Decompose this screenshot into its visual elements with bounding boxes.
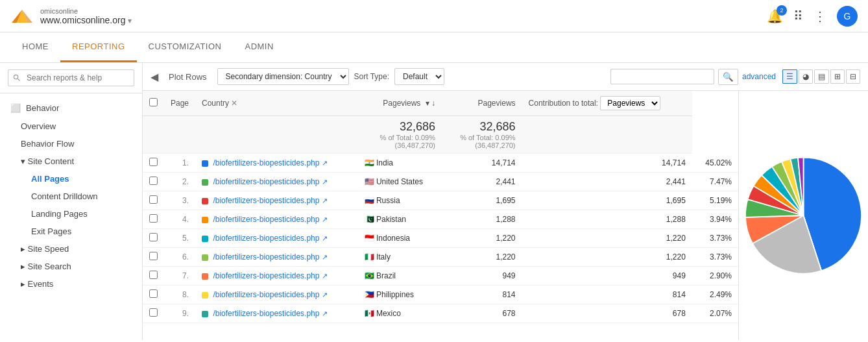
tab-customization[interactable]: CUSTOMIZATION xyxy=(137,32,234,62)
logo-icon xyxy=(10,5,34,28)
summary-row: 32,686 % of Total: 0.09% (36,487,270) 32… xyxy=(143,116,738,154)
external-link-icon[interactable]: ↗ xyxy=(322,310,328,317)
page-color-dot xyxy=(202,273,208,280)
country-flag-icon: 🇵🇰 xyxy=(365,215,374,224)
notifications-bell[interactable]: 🔔 2 xyxy=(767,8,783,24)
pageviews-value: 1,695 xyxy=(442,191,522,210)
sidebar-item-events[interactable]: ▸ Events xyxy=(0,275,142,293)
external-link-icon[interactable]: ↗ xyxy=(322,253,328,261)
pageviews-value: 1,288 xyxy=(442,210,522,229)
external-link-icon[interactable]: ↗ xyxy=(322,272,328,280)
row-checkbox[interactable] xyxy=(149,308,158,317)
page-link[interactable]: /biofertilizers-biopesticides.php xyxy=(213,196,319,205)
collapse-sidebar-button[interactable]: ◀ xyxy=(151,71,158,83)
country-name: Russia xyxy=(376,196,400,205)
row-checkbox[interactable] xyxy=(149,158,158,166)
country-flag-icon: 🇮🇳 xyxy=(365,158,374,167)
sidebar: ⬜ Behavior Overview Behavior Flow ▾ Site… xyxy=(0,63,143,340)
page-link[interactable]: /biofertilizers-biopesticides.php xyxy=(213,252,319,262)
tab-reporting[interactable]: REPORTING xyxy=(60,32,137,62)
sort-arrow-icon[interactable]: ▾ xyxy=(426,99,429,108)
page-link[interactable]: /biofertilizers-biopesticides.php xyxy=(213,158,319,167)
external-link-icon[interactable]: ↗ xyxy=(322,215,328,223)
table-search-button[interactable]: 🔍 xyxy=(718,69,738,85)
more-options-icon[interactable]: ⋮ xyxy=(814,8,826,24)
external-link-icon[interactable]: ↗ xyxy=(322,234,328,242)
sidebar-item-landing-pages[interactable]: Landing Pages xyxy=(0,205,142,223)
page-color-dot xyxy=(202,254,208,261)
page-link[interactable]: /biofertilizers-biopesticides.php xyxy=(213,271,319,280)
country-remove-icon[interactable]: ✕ xyxy=(231,99,237,108)
apps-grid-icon[interactable]: ⠿ xyxy=(793,8,803,24)
sidebar-item-all-pages[interactable]: All Pages xyxy=(0,170,142,188)
behavior-icon: ⬜ xyxy=(10,103,21,113)
pivot-view-button[interactable]: ⊟ xyxy=(846,69,860,84)
external-link-icon[interactable]: ↗ xyxy=(322,159,328,167)
pageviews-value2: 814 xyxy=(522,286,692,304)
row-checkbox[interactable] xyxy=(149,289,158,298)
sidebar-item-content-drilldown[interactable]: Content Drilldown xyxy=(0,188,142,205)
compare-view-button[interactable]: ⊞ xyxy=(830,69,845,84)
sidebar-item-overview[interactable]: Overview xyxy=(0,117,142,135)
sort-type-select[interactable]: Default xyxy=(394,68,444,85)
page-link[interactable]: /biofertilizers-biopesticides.php xyxy=(213,215,319,224)
pageviews-value2: 1,288 xyxy=(522,210,692,229)
sidebar-item-exit-pages[interactable]: Exit Pages xyxy=(0,223,142,240)
country-name: Mexico xyxy=(376,309,401,318)
page-color-dot xyxy=(202,198,208,204)
pct-value: 2.90% xyxy=(692,267,738,286)
tab-admin[interactable]: ADMIN xyxy=(233,32,285,62)
table-row: 8. /biofertilizers-biopesticides.php ↗ 🇵… xyxy=(143,286,738,304)
table-row: 4. /biofertilizers-biopesticides.php ↗ 🇵… xyxy=(143,210,738,229)
pageviews-value2: 14,714 xyxy=(522,154,692,173)
table-row: 7. /biofertilizers-biopesticides.php ↗ 🇧… xyxy=(143,267,738,286)
row-checkbox[interactable] xyxy=(149,233,158,241)
row-checkbox[interactable] xyxy=(149,177,158,185)
pct-value: 3.73% xyxy=(692,229,738,248)
contrib-metric-select[interactable]: Pageviews xyxy=(600,96,660,110)
bar-view-button[interactable]: ▤ xyxy=(814,69,829,84)
sidebar-item-site-speed[interactable]: ▸ Site Speed xyxy=(0,240,142,258)
sidebar-item-site-search[interactable]: ▸ Site Search xyxy=(0,258,142,275)
sidebar-search-area xyxy=(0,63,142,93)
secondary-dimension-select[interactable]: Secondary dimension: Country xyxy=(217,68,349,85)
sidebar-item-site-content[interactable]: ▾ Site Content xyxy=(0,153,142,170)
page-color-dot xyxy=(202,311,208,317)
page-link[interactable]: /biofertilizers-biopesticides.php xyxy=(213,309,319,318)
col-header-contrib: Contribution to total: Pageviews xyxy=(522,91,692,116)
pct-value: 2.07% xyxy=(692,304,738,323)
select-all-checkbox[interactable] xyxy=(149,98,158,106)
table-search-input[interactable] xyxy=(610,69,714,84)
tab-home[interactable]: HOME xyxy=(10,32,60,62)
sidebar-item-behavior-flow[interactable]: Behavior Flow xyxy=(0,135,142,153)
user-avatar[interactable]: G xyxy=(837,6,858,27)
external-link-icon[interactable]: ↗ xyxy=(322,291,328,299)
table-view-button[interactable]: ☰ xyxy=(782,69,797,84)
toolbar: ◀ Plot Rows Secondary dimension: Country… xyxy=(143,63,868,91)
row-checkbox[interactable] xyxy=(149,195,158,204)
page-link[interactable]: /biofertilizers-biopesticides.php xyxy=(213,290,319,299)
row-checkbox[interactable] xyxy=(149,214,158,223)
page-link[interactable]: /biofertilizers-biopesticides.php xyxy=(213,234,319,243)
pageviews-value2: 678 xyxy=(522,304,692,323)
pageviews-value: 678 xyxy=(442,304,522,323)
external-link-icon[interactable]: ↗ xyxy=(322,197,328,204)
pct-value: 5.19% xyxy=(692,191,738,210)
sidebar-item-behavior[interactable]: ⬜ Behavior xyxy=(0,99,142,117)
page-link[interactable]: /biofertilizers-biopesticides.php xyxy=(213,177,319,186)
pie-view-button[interactable]: ◕ xyxy=(799,69,813,84)
country-name: Philippines xyxy=(376,290,414,299)
page-color-dot xyxy=(202,217,208,223)
advanced-link[interactable]: advanced xyxy=(742,72,776,81)
external-link-icon[interactable]: ↗ xyxy=(322,178,328,186)
summary-pct: % of Total: 0.09% xyxy=(365,134,435,141)
top-bar: omicsonline www.omicsonline.org ▾ 🔔 2 ⠿ … xyxy=(0,0,868,32)
plot-rows-button[interactable]: Plot Rows xyxy=(163,69,212,84)
row-checkbox[interactable] xyxy=(149,252,158,260)
pageviews-value2: 1,220 xyxy=(522,229,692,248)
pageviews-value: 814 xyxy=(442,286,522,304)
row-checkbox[interactable] xyxy=(149,271,158,279)
search-input[interactable] xyxy=(8,69,134,86)
summary-pct2: % of Total: 0.09% xyxy=(448,134,516,141)
sort-direction-icon[interactable]: ↓ xyxy=(431,99,435,108)
